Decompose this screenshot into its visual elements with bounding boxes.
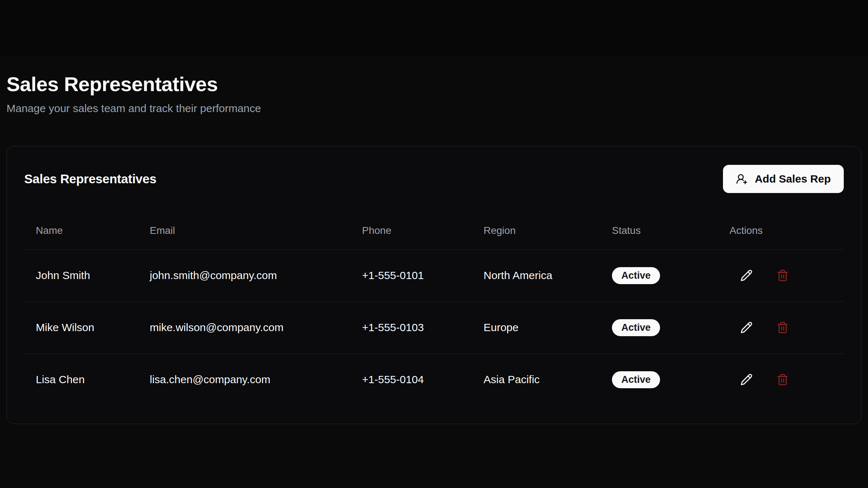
status-badge: Active: [612, 371, 660, 388]
status-badge: Active: [612, 319, 660, 336]
delete-button[interactable]: [776, 269, 789, 282]
edit-button[interactable]: [740, 321, 753, 334]
table-row: John Smith john.smith@company.com +1-555…: [24, 249, 844, 301]
column-header-name: Name: [24, 203, 138, 249]
page-container: Sales Representatives Manage your sales …: [0, 72, 868, 424]
card-title: Sales Representatives: [24, 172, 156, 186]
table-header-row: Name Email Phone Region Status Actions: [24, 203, 844, 249]
rep-name: John Smith: [24, 249, 138, 301]
column-header-email: Email: [138, 203, 350, 249]
delete-button[interactable]: [776, 373, 789, 386]
delete-button[interactable]: [776, 321, 789, 334]
table-row: Lisa Chen lisa.chen@company.com +1-555-0…: [24, 354, 844, 406]
rep-name: Mike Wilson: [24, 301, 138, 354]
top-bar: [0, 0, 868, 56]
page-subtitle: Manage your sales team and track their p…: [7, 101, 861, 116]
pencil-icon: [740, 373, 753, 386]
row-actions: [729, 269, 832, 282]
rep-region: Europe: [472, 301, 600, 354]
trash-icon: [776, 373, 789, 386]
table-row: Mike Wilson mike.wilson@company.com +1-5…: [24, 301, 844, 354]
row-actions: [729, 373, 832, 386]
page-title: Sales Representatives: [7, 72, 861, 96]
card-header: Sales Representatives Add Sales Rep: [24, 164, 844, 194]
sales-reps-table: Name Email Phone Region Status Actions J…: [24, 203, 844, 406]
rep-region: North America: [472, 249, 600, 301]
pencil-icon: [740, 321, 753, 334]
pencil-icon: [740, 269, 753, 282]
trash-icon: [776, 321, 789, 334]
column-header-status: Status: [600, 203, 718, 249]
trash-icon: [776, 269, 789, 282]
status-badge: Active: [612, 267, 660, 284]
row-actions: [729, 321, 832, 334]
column-header-region: Region: [472, 203, 600, 249]
rep-email: mike.wilson@company.com: [138, 301, 350, 354]
user-plus-icon: [736, 173, 748, 185]
column-header-actions: Actions: [718, 203, 844, 249]
add-sales-rep-label: Add Sales Rep: [755, 173, 831, 185]
add-sales-rep-button[interactable]: Add Sales Rep: [723, 165, 844, 193]
sales-reps-card: Sales Representatives Add Sales Rep: [7, 146, 861, 424]
edit-button[interactable]: [740, 373, 753, 386]
rep-email: lisa.chen@company.com: [138, 354, 350, 406]
rep-name: Lisa Chen: [24, 354, 138, 406]
rep-email: john.smith@company.com: [138, 249, 350, 301]
rep-phone: +1-555-0101: [350, 249, 472, 301]
column-header-phone: Phone: [350, 203, 472, 249]
edit-button[interactable]: [740, 269, 753, 282]
rep-region: Asia Pacific: [472, 354, 600, 406]
rep-phone: +1-555-0103: [350, 301, 472, 354]
rep-phone: +1-555-0104: [350, 354, 472, 406]
